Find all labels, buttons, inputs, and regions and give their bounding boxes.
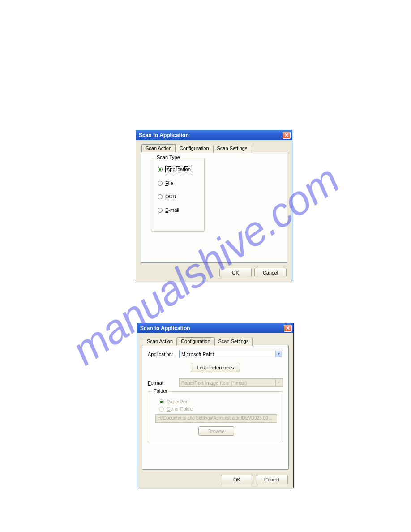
format-dropdown: PaperPort Image Item (*.max) ▼: [179, 378, 283, 387]
dialog-button-bar: OK Cancel: [219, 268, 287, 277]
radio-icon: [159, 399, 164, 404]
radio-label: Application: [165, 166, 192, 172]
tab-panel-configuration: Application: Microsoft Paint ▼ Link Pref…: [142, 345, 289, 470]
application-label: Application:: [148, 352, 176, 357]
tab-configuration[interactable]: Configuration: [177, 337, 214, 345]
application-value: Microsoft Paint: [181, 352, 214, 357]
folder-path-display: H:\Documents and Settings\Administrator.…: [155, 414, 277, 423]
tab-strip: Scan Action Configuration Scan Settings: [143, 337, 289, 345]
radio-label: Other Folder: [167, 406, 194, 412]
radio-label: E-mail: [165, 207, 179, 213]
dialog-scan-to-application-1: Scan to Application ✕ Scan Action Config…: [136, 130, 292, 281]
groupbox-scan-type: Scan Type Application File OCR E-mail: [151, 158, 205, 232]
radio-icon: [159, 407, 164, 412]
browse-button: Browse: [198, 426, 234, 436]
radio-icon: [158, 208, 163, 213]
radio-label: OCR: [165, 194, 176, 199]
chevron-down-icon: ▼: [275, 351, 282, 357]
tab-scan-action[interactable]: Scan Action: [143, 338, 177, 346]
tab-scan-settings[interactable]: Scan Settings: [214, 338, 253, 346]
radio-paperport: PaperPort: [159, 399, 278, 404]
close-button[interactable]: ✕: [284, 325, 292, 332]
tab-scan-settings[interactable]: Scan Settings: [213, 145, 252, 153]
dialog-client: Scan Action Configuration Scan Settings …: [136, 140, 292, 281]
ok-button[interactable]: OK: [221, 475, 253, 484]
format-label: Format:: [148, 380, 176, 386]
tab-scan-action[interactable]: Scan Action: [141, 144, 176, 152]
group-legend: Scan Type: [155, 154, 182, 160]
dialog-title: Scan to Application: [139, 132, 189, 138]
close-icon: ✕: [284, 133, 289, 138]
dialog-client: Scan Action Configuration Scan Settings …: [137, 333, 293, 488]
row-link-preferences: Link Preferences: [148, 363, 283, 372]
format-value: PaperPort Image Item (*.max): [181, 380, 247, 386]
radio-label: PaperPort: [167, 399, 189, 404]
radio-icon: [158, 194, 163, 199]
dialog-scan-to-application-2: Scan to Application ✕ Scan Action Config…: [137, 323, 294, 488]
titlebar: Scan to Application ✕: [136, 130, 292, 140]
radio-other-folder: Other Folder: [159, 406, 278, 412]
application-dropdown[interactable]: Microsoft Paint ▼: [179, 350, 283, 358]
cancel-button[interactable]: Cancel: [254, 268, 287, 277]
group-legend: Folder: [152, 388, 169, 394]
close-button[interactable]: ✕: [283, 132, 291, 139]
close-icon: ✕: [286, 326, 290, 331]
dialog-title: Scan to Application: [140, 325, 190, 331]
radio-email[interactable]: E-mail: [158, 207, 200, 213]
radio-icon: [158, 181, 163, 186]
radio-label: File: [165, 180, 173, 186]
groupbox-folder: Folder PaperPort Other Folder H:\Documen…: [148, 391, 283, 442]
tab-panel-scan-action: Scan Type Application File OCR E-mail: [141, 152, 287, 263]
dialog-button-bar: OK Cancel: [221, 475, 288, 484]
radio-icon: [158, 167, 163, 172]
row-browse: Browse: [154, 426, 278, 436]
chevron-down-icon: ▼: [275, 379, 282, 386]
cancel-button[interactable]: Cancel: [256, 475, 288, 484]
radio-ocr[interactable]: OCR: [158, 194, 200, 199]
tab-configuration[interactable]: Configuration: [176, 145, 213, 153]
link-preferences-button[interactable]: Link Preferences: [191, 363, 240, 372]
ok-button[interactable]: OK: [219, 268, 252, 277]
radio-application[interactable]: Application: [158, 166, 200, 172]
radio-file[interactable]: File: [158, 180, 200, 186]
row-application: Application: Microsoft Paint ▼: [148, 350, 283, 358]
row-format: Format: PaperPort Image Item (*.max) ▼: [148, 378, 283, 387]
titlebar: Scan to Application ✕: [137, 323, 293, 333]
tab-strip: Scan Action Configuration Scan Settings: [141, 144, 287, 152]
